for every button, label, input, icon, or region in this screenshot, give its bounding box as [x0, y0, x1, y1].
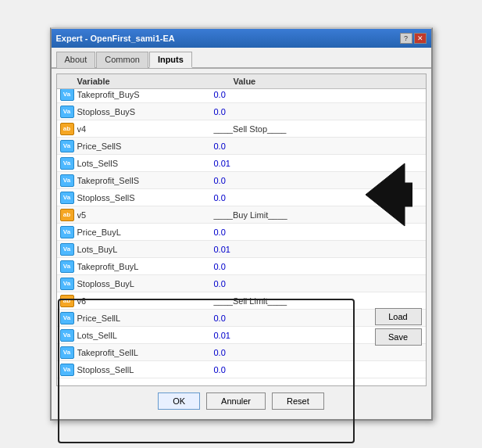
row-variable: Price_BuyL — [77, 228, 214, 237]
table-header: Variable Value — [57, 74, 426, 89]
row-value: 0.0 — [214, 262, 423, 271]
row-icon-va: Va — [60, 312, 74, 324]
table-row[interactable]: VaTakeprofit_BuyL0.0 — [57, 258, 426, 275]
cancel-button[interactable]: Annuler — [206, 392, 266, 410]
help-button[interactable]: ? — [400, 33, 412, 44]
tabs-bar: About Common Inputs — [52, 48, 431, 69]
table-body[interactable]: VaBreakEvenPips_Sell0.0abv3____Buy Stop_… — [57, 89, 426, 378]
row-value: 0.0 — [214, 107, 423, 116]
row-value: 0.0 — [214, 365, 423, 375]
row-value: 0.0 — [214, 90, 423, 99]
row-icon-va: Va — [60, 346, 74, 359]
row-icon-va: Va — [60, 260, 74, 273]
window-title: Expert - OpenFirst_sami1-EA — [56, 34, 175, 43]
row-variable: v4 — [77, 124, 214, 134]
row-variable: Stoploss_SellS — [77, 193, 214, 202]
row-variable: Lots_SellS — [77, 159, 214, 168]
row-variable: Stoploss_BuyS — [77, 107, 214, 116]
row-icon-ab: ab — [60, 209, 74, 221]
row-value: 0.0 — [214, 348, 423, 357]
title-bar-buttons: ? ✕ — [400, 33, 427, 44]
row-icon-va: Va — [60, 364, 74, 376]
tab-inputs[interactable]: Inputs — [149, 52, 192, 68]
close-button[interactable]: ✕ — [414, 33, 427, 44]
inputs-table: Variable Value VaBreakEvenPips_Sell0.0ab… — [56, 73, 427, 386]
table-row[interactable]: abv4____Sell Stop____ — [57, 120, 426, 138]
row-icon-va: Va — [60, 89, 74, 101]
table-row[interactable]: VaStoploss_SellS0.0 — [57, 189, 426, 206]
table-row[interactable]: VaStoploss_SellL0.0 — [57, 361, 426, 378]
row-value: ____Sell Stop____ — [214, 124, 423, 134]
row-variable: Takeprofit_SellS — [77, 176, 214, 185]
table-row[interactable]: VaStoploss_BuyS0.0 — [57, 103, 426, 120]
load-button[interactable]: Load — [375, 308, 422, 325]
row-value: 0.0 — [214, 228, 423, 237]
table-wrapper: Variable Value VaBreakEvenPips_Sell0.0ab… — [56, 73, 427, 386]
row-icon-ab: ab — [60, 295, 74, 307]
table-row[interactable]: VaLots_SellL0.01 — [57, 327, 426, 344]
row-icon-va: Va — [60, 140, 74, 152]
row-icon-va: Va — [60, 243, 74, 256]
row-variable: Price_SellS — [77, 142, 214, 151]
table-row[interactable]: VaTakeprofit_BuyS0.0 — [57, 89, 426, 103]
row-icon-va: Va — [60, 157, 74, 170]
row-variable: Lots_SellL — [77, 331, 214, 340]
row-value: 0.0 — [214, 193, 423, 202]
row-value: 0.0 — [214, 142, 423, 151]
row-variable: Lots_BuyL — [77, 245, 214, 254]
reset-button[interactable]: Reset — [272, 392, 324, 410]
side-buttons: Load Save — [375, 308, 422, 346]
main-content: Variable Value VaBreakEvenPips_Sell0.0ab… — [52, 69, 431, 419]
table-row[interactable]: VaPrice_BuyL0.0 — [57, 224, 426, 241]
save-button[interactable]: Save — [375, 328, 422, 346]
table-row[interactable]: VaPrice_SellS0.0 — [57, 138, 426, 155]
row-variable: Takeprofit_BuyL — [77, 262, 214, 271]
row-icon-ab: ab — [60, 123, 74, 135]
table-row[interactable]: VaLots_BuyL0.01 — [57, 241, 426, 258]
ok-button[interactable]: OK — [158, 392, 200, 410]
row-variable: v5 — [77, 210, 214, 220]
row-variable: Takeprofit_BuyS — [77, 90, 214, 99]
table-row[interactable]: VaLots_SellS0.01 — [57, 155, 426, 172]
row-variable: v6 — [77, 296, 214, 306]
row-variable: Takeprofit_SellL — [77, 348, 214, 357]
table-row[interactable]: VaTakeprofit_SellS0.0 — [57, 172, 426, 189]
row-icon-va: Va — [60, 226, 74, 238]
row-icon-va: Va — [60, 106, 74, 118]
row-value: ____Buy Limit____ — [214, 210, 423, 220]
main-window: Expert - OpenFirst_sami1-EA ? ✕ About Co… — [50, 27, 433, 421]
row-icon-va: Va — [60, 329, 74, 342]
row-value: 0.0 — [214, 279, 423, 289]
table-row[interactable]: abv5____Buy Limit____ — [57, 206, 426, 224]
bottom-actions: OK Annuler Reset — [56, 386, 427, 414]
row-icon-va: Va — [60, 278, 74, 290]
row-value: 0.01 — [214, 245, 423, 254]
table-row[interactable]: VaStoploss_BuyL0.0 — [57, 275, 426, 292]
table-row[interactable]: VaPrice_SellL0.0 — [57, 310, 426, 327]
row-value: 0.01 — [214, 159, 423, 168]
row-icon-va: Va — [60, 192, 74, 204]
tab-common[interactable]: Common — [96, 52, 148, 68]
row-variable: Stoploss_SellL — [77, 365, 214, 375]
row-value: 0.0 — [214, 176, 423, 185]
col-header-variable: Variable — [77, 77, 234, 86]
tab-about[interactable]: About — [56, 52, 96, 68]
col-header-value: Value — [234, 77, 423, 86]
row-variable: Price_SellL — [77, 314, 214, 323]
row-variable: Stoploss_BuyL — [77, 279, 214, 289]
table-row[interactable]: VaTakeprofit_SellL0.0 — [57, 344, 426, 361]
row-icon-va: Va — [60, 174, 74, 187]
title-bar: Expert - OpenFirst_sami1-EA ? ✕ — [52, 29, 431, 48]
row-value: ____Sell Limit____ — [214, 296, 423, 306]
table-row[interactable]: abv6____Sell Limit____ — [57, 292, 426, 310]
